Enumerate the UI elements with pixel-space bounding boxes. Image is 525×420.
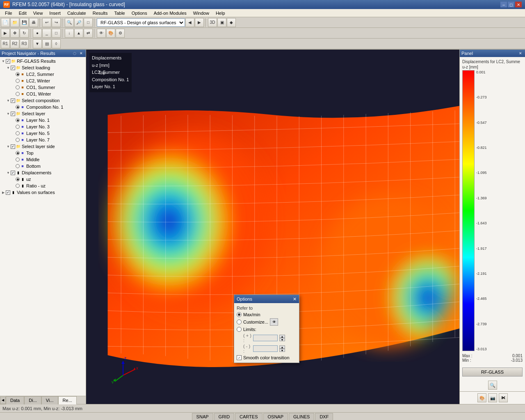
- right-panel-close[interactable]: ✕: [518, 50, 523, 56]
- layer5-radio[interactable]: [16, 131, 20, 135]
- tb-results-3[interactable]: R3: [20, 39, 29, 48]
- tree-select-composition[interactable]: ▼ ✓ 📁 Select composition: [1, 97, 85, 104]
- panel-color-btn[interactable]: 🎨: [477, 393, 486, 402]
- menu-file[interactable]: File: [2, 10, 16, 16]
- minus-spinner[interactable]: ▲ ▼: [279, 345, 285, 352]
- menu-edit[interactable]: Edit: [16, 10, 30, 16]
- limits-radio[interactable]: [237, 327, 242, 332]
- minus-spin-up[interactable]: ▲: [279, 345, 285, 349]
- smooth-checkbox[interactable]: ✓: [237, 355, 242, 360]
- tb-redo[interactable]: ↪: [52, 18, 61, 27]
- side-checkbox[interactable]: ✓: [11, 144, 15, 149]
- co1summer-radio[interactable]: [16, 85, 20, 89]
- rf-glass-button[interactable]: RF-GLASS: [462, 368, 523, 377]
- loading-checkbox[interactable]: ✓: [11, 66, 15, 70]
- tab-grid[interactable]: GRID: [214, 413, 235, 420]
- menu-results[interactable]: Results: [89, 10, 111, 16]
- panel-settings-btn[interactable]: ✀: [499, 393, 508, 402]
- menu-calculate[interactable]: Calculate: [64, 10, 89, 16]
- tab-osnap[interactable]: OSNAP: [263, 413, 288, 420]
- ruz-radio[interactable]: [16, 184, 20, 188]
- limits-row[interactable]: Limits:: [237, 327, 297, 332]
- canvas-area[interactable]: Displacements u-z [mm] LC2, Summer Compo…: [86, 50, 459, 404]
- tree-lc2-summer[interactable]: ■ LC2, Summer: [1, 71, 85, 78]
- layer1-radio[interactable]: [16, 118, 20, 122]
- restore-button[interactable]: ◻: [508, 2, 514, 7]
- tab-cartes[interactable]: CARTES: [235, 413, 262, 420]
- nav-tab-re[interactable]: Re...: [58, 396, 77, 404]
- tab-snap[interactable]: SNAP: [192, 413, 213, 420]
- plus-spin-up[interactable]: ▲: [279, 335, 285, 338]
- plus-spin-down[interactable]: ▼: [279, 338, 285, 341]
- dialog-close-btn[interactable]: ✕: [293, 297, 297, 302]
- tree-values-surfaces[interactable]: ▶ ✓ ▮ Values on surfaces: [1, 189, 85, 196]
- disp-checkbox[interactable]: ✓: [11, 171, 15, 175]
- plus-spinner[interactable]: ▲ ▼: [279, 335, 285, 341]
- menu-window[interactable]: Window: [190, 10, 212, 16]
- tb-point[interactable]: ●: [33, 29, 42, 38]
- comp-checkbox[interactable]: ✓: [11, 98, 15, 103]
- tb-undo[interactable]: ↩: [42, 18, 51, 27]
- lc2winter-radio[interactable]: [16, 79, 20, 83]
- side-mid-radio[interactable]: [16, 158, 20, 162]
- tree-layer-3[interactable]: ■ Layer No. 3: [1, 123, 85, 130]
- tree-rfglass-results[interactable]: ▼ ✓ 📁 RF-GLASS Results: [1, 58, 85, 64]
- layer-checkbox[interactable]: ✓: [11, 112, 15, 116]
- side-bot-radio[interactable]: [16, 164, 20, 168]
- tb-settings[interactable]: ⚙: [116, 29, 125, 38]
- tb-display[interactable]: 👁: [97, 29, 106, 38]
- tree-layer-5[interactable]: ■ Layer No. 5: [1, 130, 85, 137]
- tb-select[interactable]: ▶: [1, 29, 10, 38]
- tree-side-bottom[interactable]: ■ Bottom: [1, 163, 85, 169]
- tb-diagram[interactable]: ▤: [42, 39, 51, 48]
- tb-surface[interactable]: □: [52, 29, 61, 38]
- tb-nav-back[interactable]: ◀: [185, 18, 194, 27]
- side-top-radio[interactable]: [16, 151, 20, 155]
- menu-view[interactable]: View: [30, 10, 46, 16]
- tb-render[interactable]: ◆: [227, 18, 236, 27]
- tb-print[interactable]: 🖶: [29, 18, 38, 27]
- tb-load[interactable]: ↓: [65, 29, 74, 38]
- tree-co1-summer[interactable]: ■ CO1, Summer: [1, 84, 85, 91]
- tb-iso[interactable]: ◊: [52, 39, 61, 48]
- tree-select-layer[interactable]: ▼ ✓ 📁 Select layer: [1, 110, 85, 117]
- tb-open[interactable]: 📁: [10, 18, 19, 27]
- uz-radio[interactable]: [16, 177, 20, 181]
- tree-ratio-uz[interactable]: ▮ Ratio - uz: [1, 183, 85, 189]
- tb-results-2[interactable]: R2: [10, 39, 19, 48]
- layer7-radio[interactable]: [16, 138, 20, 142]
- tb-member[interactable]: ⇄: [84, 29, 93, 38]
- close-button[interactable]: ✕: [515, 2, 522, 7]
- customize-row[interactable]: Customize... 👁: [237, 318, 297, 326]
- nav-scroll-left[interactable]: ◀: [0, 397, 6, 404]
- layer3-radio[interactable]: [16, 125, 20, 129]
- tb-filter[interactable]: ▼: [33, 39, 42, 48]
- tb-wire[interactable]: ▣: [217, 18, 226, 27]
- plus-input[interactable]: [253, 335, 278, 341]
- rfglass-checkbox[interactable]: ✓: [6, 59, 10, 64]
- tb-save[interactable]: 💾: [20, 18, 29, 27]
- menu-options[interactable]: Options: [128, 10, 151, 16]
- maxmin-row[interactable]: Max/min: [237, 312, 297, 317]
- tb-rotate[interactable]: ↻: [20, 29, 29, 38]
- tree-co1-winter[interactable]: ■ CO1, Winter: [1, 91, 85, 97]
- panel-image-btn[interactable]: 📷: [488, 393, 497, 402]
- lc2summer-radio[interactable]: [16, 72, 20, 76]
- nav-tab-di[interactable]: Di...: [24, 396, 41, 404]
- tb-nav-fwd[interactable]: ▶: [195, 18, 204, 27]
- co1winter-radio[interactable]: [16, 92, 20, 96]
- nav-tab-vi[interactable]: Vi...: [41, 396, 58, 404]
- minimize-button[interactable]: –: [500, 2, 507, 7]
- menu-insert[interactable]: Insert: [46, 10, 64, 16]
- vals-checkbox[interactable]: ✓: [6, 190, 10, 195]
- tree-lc2-winter[interactable]: ■ LC2, Winter: [1, 78, 85, 84]
- tb-zoom-all[interactable]: □: [84, 18, 93, 27]
- smooth-row[interactable]: ✓ Smooth color transition: [237, 355, 297, 360]
- minus-input[interactable]: [253, 345, 278, 352]
- tb-3d[interactable]: 3D: [208, 18, 217, 27]
- customize-radio[interactable]: [237, 320, 242, 324]
- tb-color[interactable]: 🎨: [106, 29, 115, 38]
- tree-layer-7[interactable]: ■ Layer No. 7: [1, 137, 85, 143]
- maxmin-radio[interactable]: [237, 312, 242, 317]
- panel-pin-btn[interactable]: ◌: [72, 50, 78, 56]
